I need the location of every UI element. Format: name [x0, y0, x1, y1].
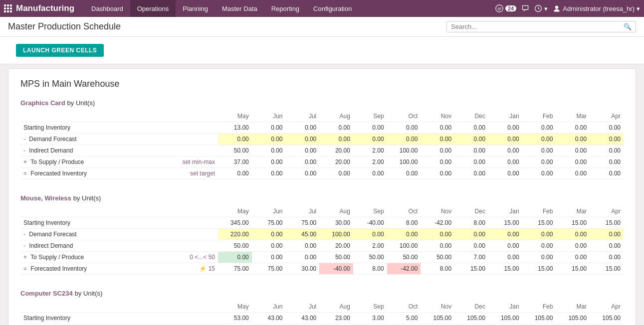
- cell[interactable]: 0.00: [286, 145, 320, 157]
- cell[interactable]: 0.00: [286, 240, 320, 252]
- cell[interactable]: 0.00: [556, 240, 590, 252]
- cell[interactable]: 0.00: [286, 168, 320, 179]
- cell[interactable]: 0.00: [488, 157, 522, 168]
- cell[interactable]: 50.00: [421, 252, 454, 263]
- nav-dashboard[interactable]: Dashboard: [84, 0, 130, 17]
- cell[interactable]: 2.00: [353, 157, 387, 168]
- cell[interactable]: 0.00: [454, 134, 488, 145]
- cell[interactable]: 5.00: [387, 313, 421, 324]
- cell[interactable]: 0.00: [590, 229, 624, 240]
- cell[interactable]: 0.00: [488, 240, 522, 252]
- cell[interactable]: 15.00: [522, 217, 556, 229]
- cell[interactable]: 7.00: [454, 252, 488, 263]
- user-menu[interactable]: Administrator (treesa_hr) ▾: [553, 4, 640, 12]
- cell[interactable]: 0.00: [556, 229, 590, 240]
- cell[interactable]: 0.00: [454, 240, 488, 252]
- cell[interactable]: 0.00: [590, 240, 624, 252]
- cell[interactable]: 45.00: [286, 229, 320, 240]
- cell[interactable]: 0.00: [421, 168, 454, 179]
- cell[interactable]: 15.00: [488, 263, 522, 275]
- row-link-target[interactable]: ⚡ 15: [166, 263, 218, 275]
- app-grid-icon[interactable]: [4, 4, 12, 12]
- product-name-graphics-card[interactable]: Graphics Card: [20, 99, 65, 107]
- cell[interactable]: 0.00: [454, 145, 488, 157]
- cell[interactable]: 100.00: [387, 157, 421, 168]
- cell[interactable]: 0.00: [421, 122, 454, 134]
- cell[interactable]: 0.00: [252, 134, 286, 145]
- cell[interactable]: 50.00: [218, 240, 252, 252]
- cell[interactable]: 0.00: [556, 134, 590, 145]
- cell[interactable]: 0.00: [522, 157, 556, 168]
- cell[interactable]: 23.00: [319, 313, 353, 324]
- cell[interactable]: 0.00: [522, 252, 556, 263]
- row-link-set-minmax[interactable]: set min-max: [166, 157, 218, 168]
- cell[interactable]: 50.00: [218, 145, 252, 157]
- cell[interactable]: 0.00: [522, 122, 556, 134]
- cell[interactable]: 0.00: [522, 134, 556, 145]
- cell[interactable]: 0.00: [252, 252, 286, 263]
- cell[interactable]: 0.00: [421, 134, 454, 145]
- cell[interactable]: 0.00: [353, 134, 387, 145]
- cell[interactable]: 0.00: [421, 229, 454, 240]
- nav-configuration[interactable]: Configuration: [306, 0, 359, 17]
- cell[interactable]: 0.00: [488, 134, 522, 145]
- cell[interactable]: 0.00: [252, 240, 286, 252]
- cell[interactable]: 0.00: [319, 122, 353, 134]
- cell[interactable]: 75.00: [286, 217, 320, 229]
- cell[interactable]: -40.00: [319, 263, 353, 275]
- cell[interactable]: 0.00: [252, 157, 286, 168]
- cell[interactable]: 15.00: [454, 263, 488, 275]
- row-link-set-target[interactable]: set target: [166, 168, 218, 179]
- cell[interactable]: 0.00: [488, 252, 522, 263]
- cell[interactable]: 0.00: [522, 229, 556, 240]
- cell[interactable]: 0.00: [387, 134, 421, 145]
- cell[interactable]: 3.00: [353, 313, 387, 324]
- cell[interactable]: 8.00: [353, 263, 387, 275]
- activity-icon[interactable]: ▾: [534, 4, 548, 12]
- cell[interactable]: 43.00: [252, 313, 286, 324]
- cell[interactable]: 105.00: [590, 313, 624, 324]
- cell[interactable]: 0.00: [590, 252, 624, 263]
- nav-planning[interactable]: Planning: [176, 0, 215, 17]
- cell[interactable]: 0.00: [218, 168, 252, 179]
- cell[interactable]: 0.00: [590, 145, 624, 157]
- cell[interactable]: 0.00: [421, 145, 454, 157]
- cell[interactable]: 0.00: [556, 145, 590, 157]
- cell[interactable]: 0.00: [556, 122, 590, 134]
- cell[interactable]: 0.00: [353, 229, 387, 240]
- cell[interactable]: 50.00: [353, 252, 387, 263]
- search-input[interactable]: [451, 23, 624, 30]
- cell[interactable]: 0.00: [522, 240, 556, 252]
- cell[interactable]: 0.00: [286, 252, 320, 263]
- cell[interactable]: 0.00: [556, 252, 590, 263]
- cell[interactable]: 75.00: [218, 263, 252, 275]
- cell[interactable]: 0.00: [556, 168, 590, 179]
- cell[interactable]: 0.00: [286, 122, 320, 134]
- cell[interactable]: 15.00: [488, 217, 522, 229]
- cell[interactable]: 105.00: [556, 313, 590, 324]
- cell[interactable]: 0.00: [286, 157, 320, 168]
- product-name-computer-sc234[interactable]: Computer SC234: [20, 290, 73, 297]
- cell[interactable]: 0.00: [252, 145, 286, 157]
- cell[interactable]: 0.00: [590, 122, 624, 134]
- cell[interactable]: 0.00: [421, 157, 454, 168]
- row-link-range[interactable]: 0 <...< 50: [166, 252, 218, 263]
- cell[interactable]: -42.00: [387, 263, 421, 275]
- cell[interactable]: 0.00: [218, 134, 252, 145]
- nav-operations[interactable]: Operations: [130, 0, 176, 17]
- chat-icon[interactable]: [521, 4, 529, 12]
- cell[interactable]: 15.00: [590, 263, 624, 275]
- cell[interactable]: 20.00: [319, 145, 353, 157]
- product-name-mouse-wireless[interactable]: Mouse, Wireless: [20, 194, 71, 202]
- cell[interactable]: 0.00: [319, 168, 353, 179]
- cell[interactable]: 0.00: [421, 240, 454, 252]
- cell[interactable]: 0.00: [353, 122, 387, 134]
- nav-master-data[interactable]: Master Data: [215, 0, 264, 17]
- cell[interactable]: 100.00: [387, 145, 421, 157]
- cell[interactable]: 20.00: [319, 240, 353, 252]
- cell[interactable]: 0.00: [252, 168, 286, 179]
- cell[interactable]: 0.00: [488, 168, 522, 179]
- cell[interactable]: 15.00: [556, 263, 590, 275]
- cell[interactable]: 53.00: [218, 313, 252, 324]
- cell[interactable]: 15.00: [522, 263, 556, 275]
